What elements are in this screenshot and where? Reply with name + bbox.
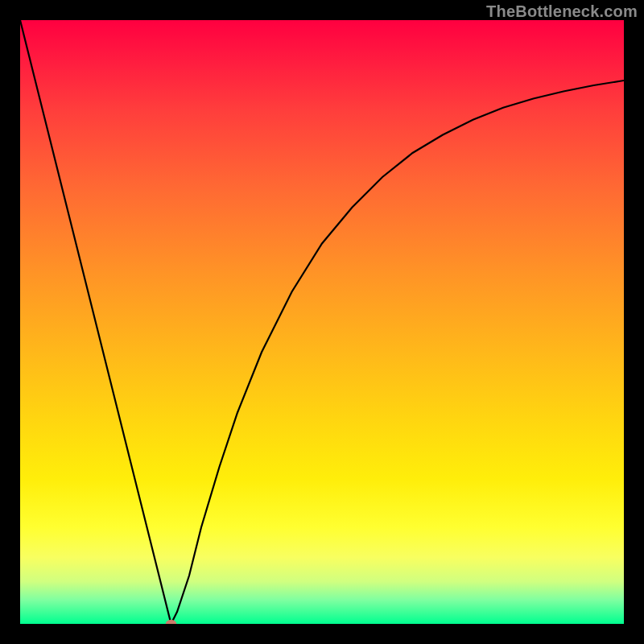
optimal-point-marker (166, 620, 177, 624)
curve-layer (20, 20, 624, 624)
watermark-text: TheBottleneck.com (486, 2, 638, 21)
plot-area (20, 20, 624, 624)
bottleneck-curve (20, 20, 624, 624)
chart-frame: TheBottleneck.com (0, 0, 644, 644)
